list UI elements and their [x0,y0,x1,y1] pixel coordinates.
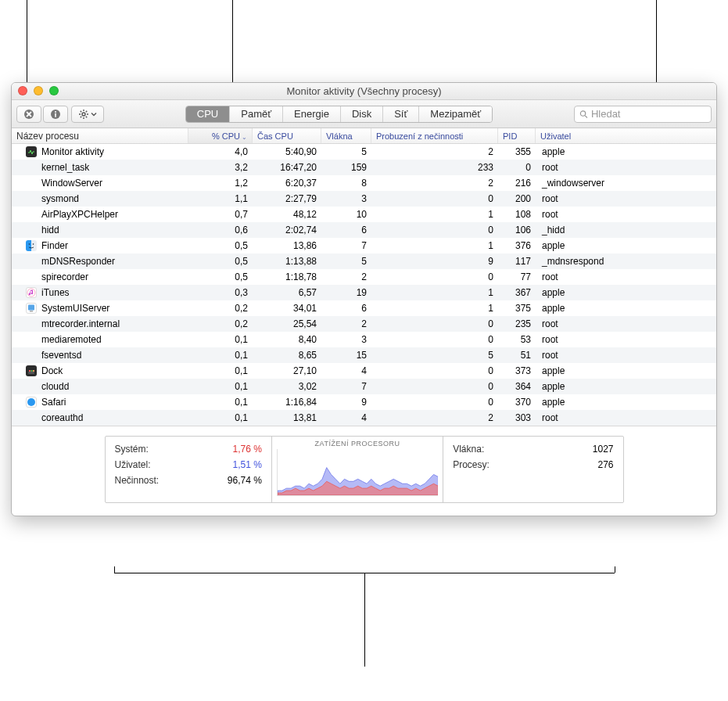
tab-síť[interactable]: Síť [382,106,418,122]
cell-pid: 200 [498,191,536,207]
table-row[interactable]: Finder0,513,8671376apple [12,238,716,253]
cell-threads: 15 [321,347,371,363]
cell-threads: 3 [321,191,371,207]
cell-user: root [536,191,716,207]
activity-icon [26,146,37,157]
process-name: mtrecorder.internal [41,316,120,332]
user-pct-label: Uživatel: [115,457,151,473]
inspect-process-button[interactable] [43,106,68,123]
search-input[interactable] [591,108,706,120]
processes-total-label: Procesy: [453,457,490,473]
tab-segmented-control: CPUPaměťEnergieDiskSíťMezipaměť [185,106,493,123]
table-row[interactable]: AirPlayXPCHelper0,748,12101108root [12,207,716,222]
table-row[interactable]: Dock0,127,1040373apple [12,363,716,379]
cell-user: apple [536,300,716,316]
action-menu-button[interactable] [71,106,104,123]
cell-time: 1:13,88 [253,253,321,269]
cell-cpu: 0,2 [188,316,253,332]
tab-cpu[interactable]: CPU [186,106,229,122]
table-row[interactable]: fseventsd0,18,6515551root [12,347,716,363]
column-cpu-time[interactable]: Čas CPU [253,128,321,143]
svg-rect-24 [31,370,33,372]
cell-cpu: 1,2 [188,175,253,191]
cell-pid: 355 [498,144,536,160]
cell-time: 13,81 [253,410,321,426]
table-row[interactable]: SystemUIServer0,234,0161375apple [12,300,716,316]
cell-user: apple [536,394,716,410]
chart-title: ZATÍŽENÍ PROCESORU [277,440,438,448]
svg-rect-22 [28,372,34,374]
safari-icon [26,397,37,408]
tab-energie[interactable]: Energie [282,106,340,122]
cell-pid: 216 [498,175,536,191]
cell-pid: 367 [498,285,536,300]
table-row[interactable]: cloudd0,13,0270364apple [12,379,716,394]
table-row[interactable]: Monitor aktivity4,05:40,9052355apple [12,144,716,160]
info-icon [50,109,61,120]
cell-cpu: 4,0 [188,144,253,160]
svg-rect-5 [55,113,56,117]
cell-pid: 51 [498,347,536,363]
cell-user: _windowserver [536,175,716,191]
cell-cpu: 0,1 [188,379,253,394]
table-row[interactable]: iTunes0,36,57191367apple [12,285,716,300]
chevron-down-icon [91,111,97,117]
cell-cpu: 1,1 [188,191,253,207]
table-row[interactable]: Safari0,11:16,8490370apple [12,394,716,410]
titlebar[interactable]: Monitor aktivity (Všechny procesy) [12,83,716,100]
process-name-cell: mDNSResponder [12,253,188,269]
cell-threads: 8 [321,175,371,191]
table-row[interactable]: coreauthd0,113,8142303root [12,410,716,426]
column-user[interactable]: Uživatel [536,128,716,143]
window-zoom-button[interactable] [49,86,59,95]
cell-cpu: 0,5 [188,238,253,253]
table-row[interactable]: WindowServer1,26:20,3782216_windowserver [12,175,716,191]
search-icon [579,110,588,119]
column-pid[interactable]: PID [498,128,536,143]
table-row[interactable]: mDNSResponder0,51:13,8859117_mdnsrespond [12,253,716,269]
process-name: sysmond [41,191,79,207]
cell-threads: 159 [321,160,371,175]
stop-process-button[interactable] [16,106,41,123]
process-name-cell: iTunes [12,285,188,300]
process-name: Monitor aktivity [41,144,104,160]
process-name: hidd [41,222,59,238]
cell-cpu: 0,6 [188,222,253,238]
tab-disk[interactable]: Disk [340,106,382,122]
cell-wakeups: 233 [371,160,498,175]
table-row[interactable]: sysmond1,12:27,7930200root [12,191,716,207]
column-wakeups[interactable]: Probuzení z nečinnosti [371,128,498,143]
process-name: mDNSResponder [41,253,115,269]
table-row[interactable]: kernel_task3,216:47,201592330root [12,160,716,175]
process-name-cell: fseventsd [12,347,188,363]
column-name[interactable]: Název procesu [12,128,188,143]
table-row[interactable]: mtrecorder.internal0,225,5420235root [12,316,716,332]
column-cpu[interactable]: % CPU⌄ [188,128,253,143]
svg-line-11 [81,110,81,111]
user-pct-value: 1,51 % [233,457,262,473]
column-threads[interactable]: Vlákna [321,128,371,143]
cell-threads: 7 [321,379,371,394]
table-row[interactable]: hidd0,62:02,7460106_hidd [12,222,716,238]
sort-caret-down-icon: ⌄ [242,134,247,141]
search-field[interactable] [574,106,712,123]
svg-point-4 [55,111,56,113]
tab-paměť[interactable]: Paměť [229,106,282,122]
table-row[interactable]: mediaremoted0,18,403053root [12,332,716,347]
cell-threads: 2 [321,316,371,332]
process-name: coreauthd [41,410,83,426]
cell-pid: 364 [498,379,536,394]
process-name: mediaremoted [41,332,102,347]
table-row[interactable]: spirecorder0,51:18,782077root [12,269,716,285]
window-minimize-button[interactable] [34,86,43,95]
cell-wakeups: 5 [371,347,498,363]
cell-cpu: 0,5 [188,253,253,269]
tab-mezipaměť[interactable]: Mezipaměť [418,106,492,122]
window-close-button[interactable] [18,86,27,95]
cell-wakeups: 0 [371,394,498,410]
process-table[interactable]: Monitor aktivity4,05:40,9052355applekern… [12,144,716,426]
cell-cpu: 0,2 [188,300,253,316]
cell-pid: 106 [498,222,536,238]
cell-threads: 4 [321,363,371,379]
cell-cpu: 0,5 [188,269,253,285]
